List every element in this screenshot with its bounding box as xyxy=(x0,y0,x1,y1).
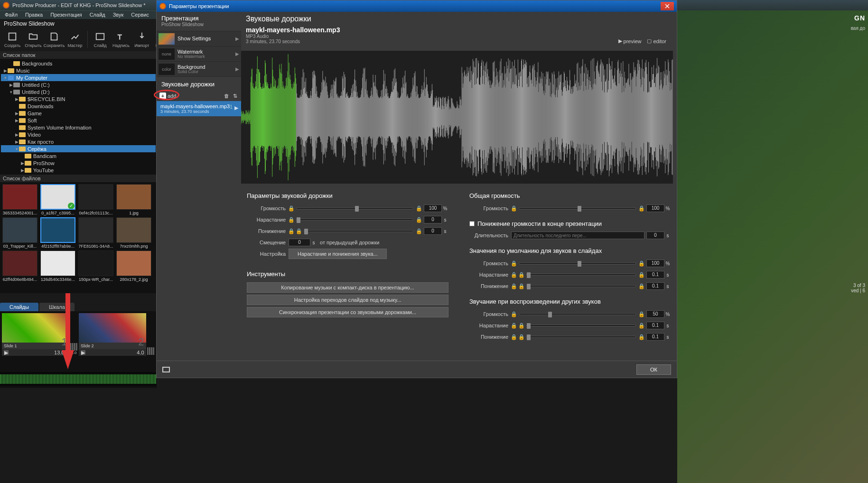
endfade-duration-input[interactable] xyxy=(511,232,644,239)
endfade-value[interactable]: 0 xyxy=(646,232,664,239)
sidebar-item-show-settings[interactable]: Show Settings ▶ xyxy=(157,31,241,46)
toolbar-caption[interactable]: TНадпись xyxy=(111,28,131,50)
tree-item[interactable]: ▾My Computer xyxy=(1,74,156,81)
waveform-display[interactable] xyxy=(241,51,673,184)
timeline-slide[interactable]: 2 Slide 2 ▶ 4.0 xyxy=(79,313,146,356)
tool-sync-presentation[interactable]: Синхронизация презентации со звуковыми д… xyxy=(247,307,448,317)
close-button[interactable] xyxy=(661,2,674,10)
lock-icon[interactable]: 🔒 xyxy=(511,283,517,289)
audio-track-item[interactable]: maykl-mayers-halloween.mp3 3 minutes, 23… xyxy=(157,101,241,116)
lock-icon[interactable]: 🔒 xyxy=(639,272,644,278)
timeline-slide[interactable]: 1 Slide 1 ▶ 13.04 xyxy=(2,313,69,356)
toolbar-open[interactable]: Открыть xyxy=(23,28,44,50)
other-fadeout-value[interactable]: 0.1 xyxy=(646,333,664,341)
tab-slides[interactable]: Слайды xyxy=(0,303,38,311)
endfade-checkbox[interactable] xyxy=(469,221,475,226)
dialog-titlebar[interactable]: Параметры презентации xyxy=(157,0,677,12)
other-volume-value[interactable]: 50 xyxy=(646,310,664,318)
lock-icon[interactable]: 🔒 xyxy=(519,334,524,340)
fadein-value[interactable]: 0 xyxy=(424,216,442,223)
tree-item[interactable]: ▶Как просто xyxy=(1,138,156,145)
lock-icon[interactable]: 🔒 xyxy=(511,311,517,317)
thumbnail[interactable]: 150px-WR_char... xyxy=(78,251,114,282)
offset-value[interactable]: 0 xyxy=(289,239,310,246)
fade-config-button[interactable]: Нарастание и понижения звука... xyxy=(289,249,387,259)
lock-icon[interactable]: 🔒 xyxy=(639,334,644,340)
lock-icon[interactable]: 🔒 xyxy=(511,260,517,266)
lock-icon[interactable]: 🔒 xyxy=(519,272,524,278)
tree-item[interactable]: Backgrounds xyxy=(1,60,156,67)
fadein-slider[interactable] xyxy=(296,219,413,221)
thumbnail[interactable]: 3653334524001... xyxy=(2,184,38,215)
tree-item[interactable]: ▶Music xyxy=(1,67,156,74)
lock-icon[interactable]: 🔒 xyxy=(639,205,644,211)
lock-icon[interactable]: 🔒 xyxy=(519,323,524,328)
defaults-fadein-value[interactable]: 0.1 xyxy=(646,271,664,279)
thumbnail[interactable]: ✓0_a1f67_c3995... xyxy=(40,184,76,215)
tool-sync-transitions[interactable]: Настройка переходов слайдов под музыку..… xyxy=(247,295,448,305)
tree-item[interactable]: ▶YouTube xyxy=(1,167,156,174)
lock-icon[interactable]: 🔒 xyxy=(511,334,517,340)
volume-value[interactable]: 100 xyxy=(424,204,442,212)
play-icon[interactable]: ▶ xyxy=(81,350,85,355)
tree-item[interactable]: Downloads xyxy=(1,102,156,110)
other-fadein-slider[interactable] xyxy=(526,325,636,326)
editor-button[interactable]: ▢ editor xyxy=(647,38,666,44)
other-fadein-value[interactable]: 0.1 xyxy=(646,322,664,329)
lock-icon[interactable]: 🔒 xyxy=(639,283,644,289)
trash-icon[interactable]: 🗑 xyxy=(223,93,230,99)
transition-cell[interactable]: 3.0 xyxy=(70,313,78,355)
toolbar-master[interactable]: Мастер xyxy=(65,28,85,50)
thumbnail[interactable]: 03_Trapper_Kill... xyxy=(2,217,38,249)
sidebar-item-watermark[interactable]: none WatermarkNo Watermark ▶ xyxy=(157,46,241,62)
thumbnail[interactable]: 1.jpg xyxy=(116,184,152,215)
sort-icon[interactable]: ⇅ xyxy=(232,93,238,99)
volume-slider[interactable] xyxy=(296,207,413,209)
transition-cell[interactable] xyxy=(147,313,155,355)
menu-item[interactable]: Звук xyxy=(109,11,128,19)
tree-item[interactable]: ▶Game xyxy=(1,110,156,117)
tree-item[interactable]: ▾Серёжа xyxy=(1,145,156,152)
tab-scale[interactable]: Шкала xyxy=(39,303,75,311)
tree-item[interactable]: ▶Untitled (C:) xyxy=(1,81,156,88)
lock-icon[interactable]: 🔒 xyxy=(289,205,294,211)
lock-icon[interactable]: 🔒 xyxy=(289,228,294,234)
other-volume-slider[interactable] xyxy=(519,313,636,315)
tree-item[interactable]: ▶Video xyxy=(1,131,156,138)
lock-icon[interactable]: 🔒 xyxy=(511,323,517,328)
tree-item[interactable]: ▶ProShow xyxy=(1,159,156,167)
lock-icon[interactable]: 🔒 xyxy=(511,272,517,278)
overall-volume-value[interactable]: 100 xyxy=(646,204,664,212)
sidebar-item-background[interactable]: color BackgroundSolid Color ▶ xyxy=(157,62,241,77)
defaults-fadeout-value[interactable]: 0.1 xyxy=(646,282,664,290)
toolbar-save[interactable]: Сохранить xyxy=(44,28,65,50)
overall-volume-slider[interactable] xyxy=(519,207,636,209)
defaults-volume-value[interactable]: 100 xyxy=(646,260,664,267)
thumbnail[interactable]: 126d540c3346e... xyxy=(40,251,76,282)
menu-item[interactable]: Сервис xyxy=(127,11,153,19)
lock-icon[interactable]: 🔒 xyxy=(416,228,422,234)
lock-icon[interactable]: 🔒 xyxy=(639,260,644,266)
menu-item[interactable]: Слайд xyxy=(86,11,109,19)
lock-icon[interactable]: 🔒 xyxy=(416,205,422,211)
lock-icon[interactable]: 🔒 xyxy=(519,283,524,289)
fadeout-value[interactable]: 0 xyxy=(424,227,442,235)
thumbnail[interactable]: 62ff4d06e8b494... xyxy=(2,251,38,282)
lock-icon[interactable]: 🔒 xyxy=(639,323,644,328)
lock-icon[interactable]: 🔒 xyxy=(511,205,517,211)
lock-icon[interactable]: 🔒 xyxy=(639,311,644,317)
fadeout-slider[interactable] xyxy=(304,230,413,232)
lock-icon[interactable]: 🔒 xyxy=(296,228,302,234)
menu-item[interactable]: Файл xyxy=(1,11,21,19)
defaults-volume-slider[interactable] xyxy=(519,262,636,264)
toolbar-import[interactable]: Импорт xyxy=(131,28,152,50)
thumbnail[interactable]: 4f2152ff87ab9e... xyxy=(40,217,76,249)
thumbnail[interactable]: 7FE81081-34A8... xyxy=(78,217,114,249)
toolbar-create[interactable]: Создать xyxy=(2,28,23,50)
tree-item[interactable]: Bandicam xyxy=(1,152,156,159)
tree-item[interactable]: System Volume Information xyxy=(1,124,156,131)
menu-item[interactable]: Презентация xyxy=(47,11,85,19)
play-icon[interactable]: ▶ xyxy=(4,350,9,355)
ok-button[interactable]: ОК xyxy=(636,364,671,375)
defaults-fadeout-slider[interactable] xyxy=(526,285,636,287)
